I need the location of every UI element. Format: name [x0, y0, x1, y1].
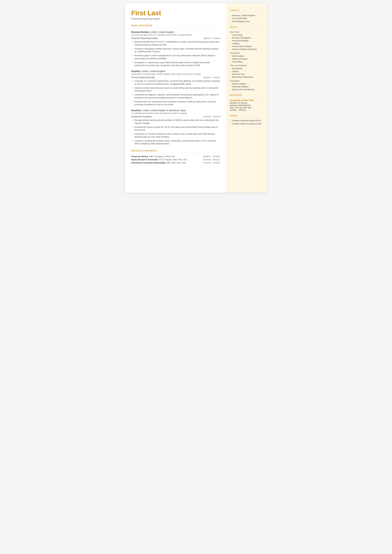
company-name-3: Growthsi,: [131, 109, 142, 112]
job-row-1: Financial Reporting Analyst 08/2021 – Pr…: [131, 37, 220, 40]
prev-exp-info-1: Financial Adviser, ABC Company, London, …: [131, 155, 175, 158]
contact-section-title: CONTACT: [230, 9, 263, 11]
tool-3: Microsoft Visio: [230, 73, 263, 75]
job-row-3: Investment Assistant 11/2018 – 09/2019: [131, 115, 220, 118]
bullet-3-1: Managed private banking clientele portfo…: [131, 119, 220, 125]
bullet-2-4: Partnered with 18+ accountants and consu…: [131, 100, 220, 106]
job-dates-3: 11/2018 – 09/2019: [203, 115, 220, 118]
job-dates-1: 08/2021 – Present: [203, 37, 220, 40]
company-desc-3: A multinational investment bank and fina…: [131, 112, 220, 114]
bullet-2-2: Created covenant-level proposals based o…: [131, 87, 220, 92]
job-row-2: Private Equity Associate 10/2019 – 07/20…: [131, 76, 220, 79]
company-header-3: Growthsi, London, United Kingdom & Barce…: [131, 109, 220, 112]
prev-exp-divider: [131, 153, 220, 153]
contact-phone: +44 1234567890: [230, 17, 263, 20]
hard-skill-3: Financial Modeling: [230, 40, 263, 42]
prev-exp-rest-1: ABC Company, London, UK: [149, 155, 175, 158]
bullet-1-4: Developed 17+ dashboards using Tableau t…: [131, 61, 220, 67]
technique-3: Forecasting: [230, 61, 263, 63]
prev-exp-dates-2: 01/2016 – 05/2017: [203, 158, 220, 161]
prev-exp-title: PREVIOUS EXPERIENCE: [131, 150, 220, 152]
edu-location: New York City, New York: [230, 107, 263, 109]
company-location-3: London, United Kingdom & Barcelona, Spai…: [141, 109, 186, 112]
prev-exp-dates-1: 06/2017 – 10/2018: [203, 155, 220, 158]
contact-divider: [230, 12, 263, 13]
job-title-3: Investment Assistant: [131, 115, 152, 118]
company-location-2: London, United Kingdom: [141, 70, 166, 72]
prev-exp-rest-2: XYZ Company, New York, USA: [158, 158, 187, 161]
hard-skills-label: Hard Skills:: [230, 31, 263, 33]
tool-2: Cognos: [230, 70, 263, 72]
job-title-1: Financial Reporting Analyst: [131, 37, 158, 40]
prev-exp-info-3: Investment Consultant (Internship), ABC,…: [131, 161, 186, 164]
techniques-label: Techniques:: [230, 52, 263, 54]
prev-exp-row-1: Financial Adviser, ABC Company, London, …: [131, 155, 220, 158]
contact-address: Swansea, United Kingdom: [230, 14, 263, 17]
other-section-title: OTHER: [230, 115, 263, 117]
bullet-1-1: Brainstormed with the CFO and 17+ stakeh…: [131, 40, 220, 46]
company-name-1: Resume Worded,: [131, 31, 149, 33]
education-section-title: EDUCATION: [230, 94, 263, 96]
company-desc-1: A commercial bank with 50+ employees and…: [131, 34, 220, 36]
hard-skill-2: Revenue Recognition: [230, 37, 263, 39]
skills-section-title: SKILLS: [230, 26, 263, 28]
other-item-2: Certified Public Accountant (CPA): [230, 123, 263, 125]
company-desc-2: Specializes in private equity, venture c…: [131, 73, 220, 75]
tool-4: Bloomberg Professional: [230, 76, 263, 78]
language-2: Romanian (Native): [230, 86, 263, 88]
edu-field: Business Administration: [230, 104, 263, 106]
hard-skill-6: Variance Analysis Reporting: [230, 48, 263, 50]
language-3: Spanish (Conversational): [230, 88, 263, 91]
job-dates-2: 10/2019 – 07/2021: [203, 76, 220, 79]
prev-exp-title-2: Equity Research Associate,: [131, 158, 158, 161]
hard-skill-5: Account Reconciliation: [230, 45, 263, 48]
technique-2: Variance Analysis: [230, 58, 263, 60]
company-header-1: Resume Worded, London, United Kingdom: [131, 31, 220, 34]
edu-school: University of New York: [230, 99, 263, 102]
hard-skill-1: Forecasting: [230, 34, 263, 36]
job-bullets-3: Managed private banking clientele portfo…: [131, 119, 220, 145]
prev-exp-info-2: Equity Research Associate, XYZ Company, …: [131, 158, 187, 161]
edu-degree: Bachelor of Science: [230, 102, 263, 104]
languages-label: Languages:: [230, 80, 263, 82]
tool-1: QuickBooks: [230, 67, 263, 70]
bullet-1-3: Provided support to senior management on…: [131, 54, 220, 60]
right-column: CONTACT Swansea, United Kingdom +44 1234…: [226, 3, 267, 193]
other-item-1: Certified Financial Planner (CFP): [230, 119, 263, 122]
edu-dates: 10/2011 - 06/2014: [230, 109, 263, 111]
prev-exp-title-3: Investment Consultant (Internship),: [131, 161, 166, 164]
company-location-1: London, United Kingdom: [149, 31, 174, 33]
prev-exp-dates-3: 07/2014 – 12/2015: [203, 161, 220, 164]
left-column: First Last Financial Reporting Analyst W…: [125, 3, 226, 193]
bullet-1-2: Assisted in developing monthly statement…: [131, 47, 220, 53]
prev-exp-title-1: Financial Adviser,: [131, 155, 149, 158]
work-experience-title: WORK EXPERIENCE: [131, 24, 220, 27]
tools-label: Tools and Software:: [230, 64, 263, 67]
bullet-3-3: Conducted 11+ monthly seminars on taxes,…: [131, 133, 220, 139]
hard-skill-4: Auditing: [230, 42, 263, 45]
company-name-2: Polyhire,: [131, 70, 141, 72]
resume-container: First Last Financial Reporting Analyst W…: [125, 3, 267, 193]
bullet-2-1: Assessed 73+ investment opportunities, c…: [131, 80, 220, 86]
job-bullets-2: Assessed 73+ investment opportunities, c…: [131, 80, 220, 106]
job-title-2: Private Equity Associate: [131, 76, 155, 79]
job-bullets-1: Brainstormed with the CFO and 17+ stakeh…: [131, 40, 220, 67]
candidate-subtitle: Financial Reporting Analyst: [131, 17, 220, 20]
work-experience-divider: [131, 28, 220, 28]
bullet-3-4: Assisted in handling the portfolios, tax…: [131, 140, 220, 146]
bullet-3-2: Increased the annual net gain by 73% for…: [131, 126, 220, 132]
prev-exp-row-2: Equity Research Associate, XYZ Company, …: [131, 158, 220, 161]
company-header-2: Polyhire, London, United Kingdom: [131, 70, 220, 73]
technique-1: Data Analysis: [230, 55, 263, 57]
bullet-2-3: Conducted due diligence, valuation, and …: [131, 93, 220, 99]
contact-email: first.last@gmail.com: [230, 20, 263, 23]
language-1: English (Native): [230, 83, 263, 85]
candidate-name: First Last: [131, 9, 220, 17]
prev-exp-row-3: Investment Consultant (Internship), ABC,…: [131, 161, 220, 164]
prev-exp-rest-3: ABC, New York, USA: [166, 161, 186, 164]
